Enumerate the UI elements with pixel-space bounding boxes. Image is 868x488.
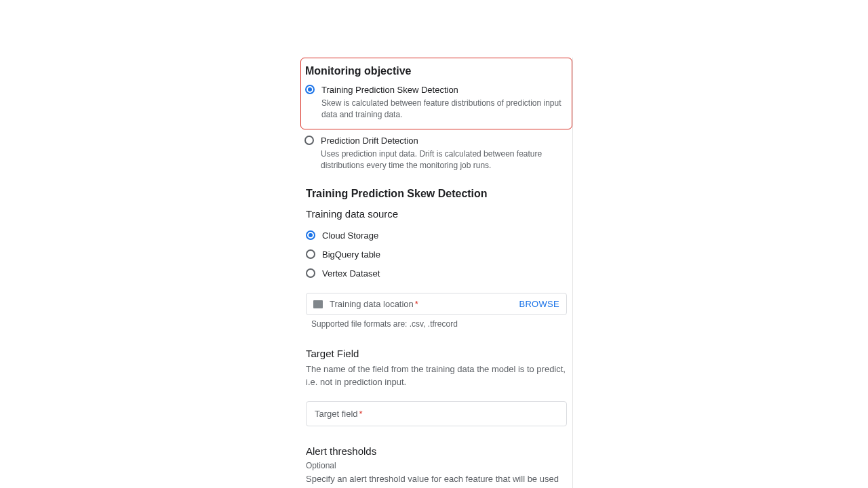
radio-label: Training Prediction Skew Detection bbox=[321, 84, 568, 96]
target-field-title: Target Field bbox=[306, 348, 567, 359]
radio-label: Vertex Dataset bbox=[322, 268, 572, 280]
training-data-source-group: Cloud Storage BigQuery table Vertex Data… bbox=[300, 226, 572, 284]
training-data-source-title: Training data source bbox=[306, 208, 572, 220]
radio-description: Skew is calculated between feature distr… bbox=[321, 98, 568, 121]
target-field-input[interactable]: Target field* bbox=[306, 401, 567, 426]
radio-icon bbox=[305, 85, 315, 94]
file-format-helper: Supported file formats are: .csv, .tfrec… bbox=[311, 319, 567, 329]
optional-label: Optional bbox=[306, 461, 567, 470]
radio-description: Uses prediction input data. Drift is cal… bbox=[321, 148, 572, 171]
folder-icon bbox=[313, 300, 323, 308]
radio-icon bbox=[304, 136, 314, 145]
alert-thresholds-title: Alert thresholds bbox=[306, 445, 567, 457]
radio-vertex-dataset[interactable]: Vertex Dataset bbox=[306, 264, 572, 283]
radio-bigquery[interactable]: BigQuery table bbox=[306, 245, 572, 264]
radio-drift-detection[interactable]: Prediction Drift Detection Uses predicti… bbox=[300, 134, 572, 173]
radio-icon bbox=[306, 230, 315, 240]
training-data-location-input[interactable]: Training data location* BROWSE bbox=[306, 293, 567, 315]
radio-label: BigQuery table bbox=[322, 249, 572, 261]
radio-label: Cloud Storage bbox=[322, 230, 572, 242]
target-field-desc: The name of the field from the training … bbox=[306, 363, 567, 389]
input-placeholder: Target field* bbox=[315, 409, 558, 419]
radio-label: Prediction Drift Detection bbox=[321, 135, 572, 147]
radio-skew-detection[interactable]: Training Prediction Skew Detection Skew … bbox=[305, 83, 568, 122]
alert-thresholds-section: Alert thresholds Optional Specify an ale… bbox=[306, 445, 567, 488]
monitoring-objective-highlight: Monitoring objective Training Prediction… bbox=[300, 58, 572, 129]
radio-icon bbox=[306, 268, 315, 278]
skew-section-title: Training Prediction Skew Detection bbox=[306, 188, 572, 200]
target-field-section: Target Field The name of the field from … bbox=[306, 348, 567, 389]
monitoring-objective-title: Monitoring objective bbox=[305, 65, 568, 83]
alert-thresholds-desc: Specify an alert threshold value for eac… bbox=[306, 473, 567, 488]
browse-button[interactable]: BROWSE bbox=[519, 299, 559, 309]
radio-icon bbox=[306, 249, 315, 259]
input-placeholder: Training data location* bbox=[330, 299, 519, 309]
monitoring-config-panel: Monitoring objective Training Prediction… bbox=[300, 58, 573, 488]
radio-cloud-storage[interactable]: Cloud Storage bbox=[306, 226, 572, 245]
